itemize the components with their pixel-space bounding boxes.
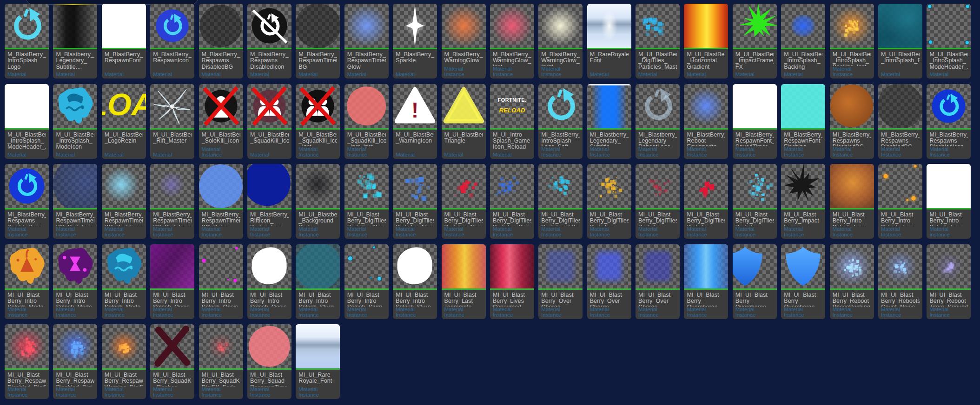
asset-tile[interactable]: M_BlastBerry_ WarningGlow_ Inst Material… [490,4,534,78]
asset-tile[interactable]: M_BlastBerry_ Sparkle Material [393,4,437,78]
asset-tile[interactable]: MI_UI_Blast Berry_Intro Splash_Oasis_...… [199,244,243,319]
asset-tile[interactable]: MI_UI_Blast Berry_SquadKill _Slashes Mat… [150,324,194,399]
asset-tile[interactable]: M_UI_BlastBerry _SquadKill_Icon Material [247,84,291,159]
asset-tile[interactable]: M_BlastBerry_ Respawns DisabledBG Materi… [199,4,243,78]
asset-thumbnail [442,84,486,128]
asset-tile[interactable]: MI_UI_Blast Berry_Intro Splash_Lava... M… [927,164,971,239]
asset-tile[interactable]: MI_UI_Blast Berry_Intro Splash_Mode... M… [53,244,97,319]
asset-tile[interactable]: MI_UI_Blast Berry_Over Charge_... Materi… [538,244,583,319]
asset-tile[interactable]: M_UI_BlastBerry _IntroSplash_ ModeHeader… [927,4,971,78]
asset-tile[interactable]: MI_UI_Blast Berry_DigiTiles_ Particles_N… [393,164,437,239]
asset-tile[interactable]: MI_UI_Blast Berry_DigiTiles_ Particles_.… [733,164,777,239]
asset-tile[interactable]: MI_BlastBerry_ RespawnTimer BG_PartyFram… [102,164,146,239]
asset-tile[interactable]: MI_UI_Blast Berry_Impact Frame_... Mater… [781,164,825,239]
asset-tile[interactable]: MI_BlastBerry_ Respawns DisabledIcon_...… [5,164,49,239]
asset-tile[interactable]: MI_UI_Blast Berry_Respawn Disabled_Digi.… [53,324,97,399]
asset-tile[interactable]: MI_UI_Blast Berry_Reboots Count_Noise Ma… [878,244,922,319]
asset-tile[interactable]: MI_BlastBerry_ RiftIcon_ BackingFor... M… [247,164,291,239]
asset-tile[interactable]: MI_UI_Blast Berry_DigiTiles_ Particles_N… [442,164,486,239]
asset-tile[interactable]: MI_UI_Blast Berry_Intro Splash_Mode... M… [5,244,49,319]
asset-tile[interactable]: LOA M_UI_BlastBerry _LogoRezIn Material [102,84,146,159]
asset-tile[interactable]: M_BlastBerry_ IntroSplash Logo Material [5,4,49,78]
asset-tile[interactable]: M_Blastberry_ Legendary_ Subtitle... Mat… [53,4,97,78]
asset-tile[interactable]: MI_Blastberry_ Legendary_ Subtitle... Ma… [587,84,631,159]
asset-tile[interactable]: M_UI_BlastBerry _DigiTiles_ Particles_Ma… [636,4,680,78]
asset-tile[interactable]: MI_UI_Blast Berry_Over Charge_... Materi… [587,244,631,319]
asset-tile[interactable]: MI_UI_Blast Berry_Reboot Timer_Sqauad...… [927,244,971,319]
asset-tile[interactable]: MI_UI_Blast Berry_Intro Splash_Lava... M… [830,164,874,239]
asset-tile[interactable]: M_UI_BlastBerry Triangle Material [442,84,486,159]
asset-tile[interactable]: MI_BlastBerry_ Respawns DisabledBG_... M… [830,84,874,159]
asset-tile[interactable]: MI_UI_Blast Berry_Intro Splash_Oasis_...… [150,244,194,319]
asset-tile[interactable]: MI_UI_Blast Berry_Intro Splash_Slurp... … [393,244,437,319]
asset-tile[interactable]: MI_BlastBerry_ RespawnFont_ SquadTimer M… [733,84,777,159]
asset-meta: MI_UI_Blast Berry_SquadKill _Slashes Mat… [150,370,194,399]
asset-tile[interactable]: M_BlastBerry_ RespawnIcon Material [150,4,194,78]
asset-meta: M_UI_BlastBerry _IntroSplash_ ModeHeader… [5,130,49,159]
asset-tile[interactable]: MI_BlastBerry_ RespawnTimer BG_PartyFram… [150,164,194,239]
asset-tile[interactable]: ! M_UI_BlastBerry _WarningIcon Material [393,84,437,159]
asset-thumbnail [102,244,146,288]
asset-tile[interactable]: MI_UI_Blast Berry_ Overcharge... Materia… [781,244,825,319]
asset-tile[interactable]: M_UI_BlastBerry _IntroSplash_ Backing Ma… [781,4,825,78]
asset-tile[interactable]: M_UI_BlastBerry _ImpactFrame_ FX Materia… [733,4,777,78]
asset-tile[interactable]: M_BlastBerry_ WarningGlow_ Inst1 Materia… [538,4,583,78]
asset-tile[interactable]: M_UI_BlastBerry _IntroSplash_ ModeHeader… [5,84,49,159]
asset-tile[interactable]: M_UI_BlastBerry _IntroSplash_ Backing_In… [830,4,874,78]
asset-tile[interactable]: M_UI_BlastBerry _Rift_Master Material [150,84,194,159]
asset-tile[interactable]: MI_UI_Blast Berry_SquadKill DigiFX_Fade … [199,324,243,399]
asset-name: MI_UI_Blast Berry_Intro Splash_Lava... [881,212,920,226]
asset-name: MI_BlastBerry_ IntroSplash Logo_Soft... [541,132,580,146]
asset-tile[interactable]: MI_BlastBerry_ RespawnTimer BG_PartyFram… [53,164,97,239]
asset-tile[interactable]: MI_BlastBerry_ Reboot Equippedto... Mate… [684,84,728,159]
asset-tile[interactable]: MI_UI_Blast Berry_ Overcharge... Materia… [733,244,777,319]
asset-tile[interactable]: MI_UI_Blastberry _Background Dark Materi… [296,164,340,239]
asset-tile[interactable]: MI_UI_Blast Berry_Respawn Warning_DigiFX… [102,324,146,399]
asset-tile[interactable]: MI_BlastBerry_ RespawnFont Flashing Mate… [781,84,825,159]
asset-tile[interactable]: M_UI_BlastBerry _IntroSplash_BG Material [878,4,922,78]
asset-tile[interactable]: MI_UI_Blast Berry_Respawn Disabled_DigiF… [5,324,49,399]
asset-tile[interactable]: MI_UI_Blast Berry_DigiTiles_ Particles_.… [684,164,728,239]
asset-tile[interactable]: MI_UI_Blast Berry_DigiTiles_ Particles_T… [538,164,583,239]
asset-tile[interactable]: MI_UI_Blast Berry_ Overcharge... Materia… [684,244,728,319]
asset-tile[interactable]: MI_UI_Blast Berry_DigiTiles_ Particles_S… [490,164,534,239]
asset-meta: MI_Blastberry_ Legendary_ Subtitle... Ma… [587,130,631,159]
asset-thumbnail [538,244,583,288]
asset-tile[interactable]: M_BlastBerry_ WarningGlow Material Insta… [442,4,486,78]
asset-tile[interactable]: MI_UI_Blast Berry_Intro Splash_Mode... M… [102,244,146,319]
asset-tile[interactable]: MI_UI_Blast Berry_Lives Consumed... Mate… [490,244,534,319]
asset-meta: M_BlastBerry_ Respawns DisabledIcon Mate… [247,49,291,78]
asset-tile[interactable]: M_UI_BlastBerry _IntroSplash_ ModeIcon M… [53,84,97,159]
asset-tile[interactable]: MI_UI_Blast Berry_Intro Splash_Lava... M… [878,164,922,239]
asset-tile[interactable]: MI_UI_Blast Berry_DigiTiles_ Particles_.… [636,164,680,239]
asset-tile[interactable]: MI_BlastBerry_ Respawns DisabledIcon_...… [927,84,971,159]
asset-tile[interactable]: MI_BlastBerry_ RespawnTimer BG_Pulse Mat… [199,164,243,239]
asset-tile[interactable]: M_UI_BlastBerry _SquadKill_Icon _Inst Ma… [296,84,340,159]
asset-name: MI_UI_Blast Berry_SquadKill DigiFX_Fade [202,372,240,386]
asset-thumbnail [538,164,583,208]
asset-tile[interactable]: M_BlastBerry_ RespawnTimer Glow Material [344,4,389,78]
asset-thumbnail [830,84,874,128]
asset-tile[interactable]: MI_UI_Blast Berry_Intro Splash_Oasis_...… [247,244,291,319]
asset-tile[interactable]: MI_UI_Blast Berry_Intro Splash_Slurp... … [296,244,340,319]
asset-tile[interactable]: M_BlastBerry_ RespawnFont Material [102,4,146,78]
asset-tile[interactable]: MI_UI_Blast Berry_Over Charge_... Materi… [636,244,680,319]
asset-type-label: Material [881,72,920,77]
asset-tile[interactable]: M_RareRoyale_ Font Material [587,4,631,78]
asset-tile[interactable]: MI_UI_Blast Berry_Last Teammate_... Mate… [442,244,486,319]
asset-tile[interactable]: M_UI_BlastBerry _SoloKill_Icon Material … [199,84,243,159]
asset-tile[interactable]: MI_UI_Blast Berry_Squad RespawnTime... M… [247,324,291,399]
asset-tile[interactable]: M_UI_BlastBerry _SquadKill_Icon _Inst_In… [344,84,389,159]
asset-tile[interactable]: M_BlastBerry_ RespawnTimer BG Material [296,4,340,78]
asset-tile[interactable]: MI_BlastBerry_ Respawns DisabledBG_... M… [878,84,922,159]
asset-tile[interactable]: MI_UI_Blast Berry_DigiTiles_ Particles_N… [344,164,389,239]
asset-tile[interactable]: MI_BlastBerry_ IntroSplash Logo_Soft... … [538,84,583,159]
asset-tile[interactable]: MI_UI_Blast Berry_Reboot PhaseBacking Ma… [830,244,874,319]
asset-tile[interactable]: MI_Blastberry_ Legendary RebootLogo Mate… [636,84,680,159]
asset-tile[interactable]: MI_UI_Rare Royale_Font Material Instance [296,324,340,399]
asset-tile[interactable]: M_BlastBerry_ Respawns DisabledIcon Mate… [247,4,291,78]
asset-tile[interactable]: FORTNITE.RELOAD M_UI_Intro Splash_Game I… [490,84,534,159]
asset-tile[interactable]: MI_UI_Blast Berry_Intro Splash_Slurp... … [344,244,389,319]
asset-tile[interactable]: MI_UI_Blast Berry_DigiTiles_ Particles_.… [587,164,631,239]
asset-tile[interactable]: M_UI_BlastBerry _Horizontal Gradient Mat… [684,4,728,78]
